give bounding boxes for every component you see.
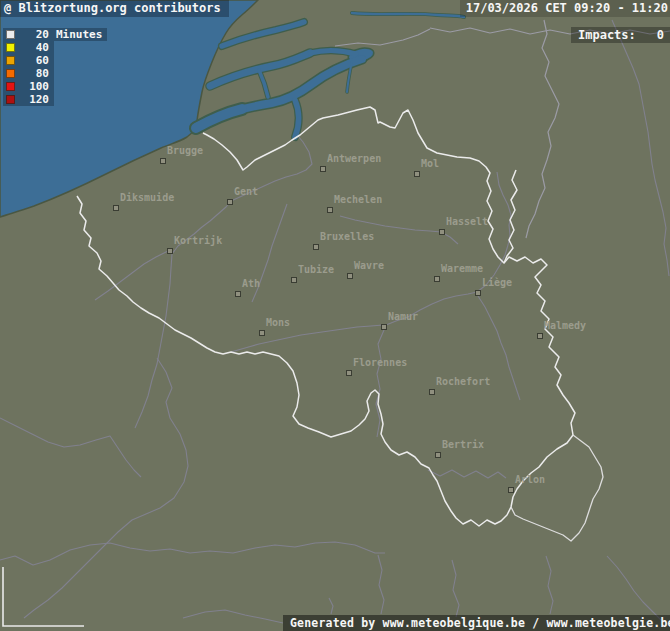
city-label-mol: Mol — [421, 158, 439, 170]
city-label-kortrijk: Kortrijk — [174, 235, 222, 247]
city-marker-gent — [227, 199, 233, 205]
legend-unit-label: Minutes — [56, 28, 102, 41]
city-marker-namur — [381, 324, 387, 330]
legend-minutes-value: 120 — [15, 93, 49, 106]
city-label-gent: Gent — [234, 186, 258, 198]
city-marker-malmedy — [537, 333, 543, 339]
city-marker-rochefort — [429, 389, 435, 395]
legend-row-20: 20Minutes — [3, 28, 107, 41]
legend-swatch-60 — [6, 56, 15, 65]
lightning-map-app: BruggeAntwerpenMolDiksmuideGentMechelenH… — [0, 0, 670, 631]
city-marker-liège — [475, 290, 481, 296]
city-label-liège: Liège — [482, 277, 512, 289]
legend-minutes-value: 20 — [15, 28, 49, 41]
city-label-hasselt: Hasselt — [446, 216, 488, 228]
datetime-text: 17/03/2026 CET 09:20 - 11:20 — [466, 1, 668, 15]
datetime-bar: 17/03/2026 CET 09:20 - 11:20 — [460, 0, 670, 17]
legend-row-100: 100 — [3, 80, 54, 93]
attribution-text: @ Blitzortung.org contributors — [4, 1, 221, 15]
city-marker-hasselt — [439, 229, 445, 235]
city-marker-diksmuide — [113, 205, 119, 211]
impacts-counter: Impacts: 0 — [571, 27, 670, 43]
legend-swatch-120 — [6, 95, 15, 104]
city-label-waremme: Waremme — [441, 263, 483, 275]
city-label-florennes: Florennes — [353, 357, 407, 369]
city-marker-wavre — [347, 273, 353, 279]
legend-swatch-100 — [6, 82, 15, 91]
legend-swatch-80 — [6, 69, 15, 78]
legend-minutes-value: 80 — [15, 67, 49, 80]
impacts-value: 0 — [657, 27, 664, 43]
legend-row-40: 40 — [3, 41, 54, 54]
impacts-label: Impacts: — [578, 27, 636, 43]
legend-row-80: 80 — [3, 67, 54, 80]
city-marker-bruxelles — [313, 244, 319, 250]
city-label-rochefort: Rochefort — [436, 376, 490, 388]
attribution-bar: @ Blitzortung.org contributors — [0, 0, 229, 17]
city-label-diksmuide: Diksmuide — [120, 192, 174, 204]
footer-credit-bar: Generated by www.meteobelgique.be / www.… — [283, 615, 670, 631]
legend-minutes-value: 100 — [15, 80, 49, 93]
city-marker-arlon — [508, 487, 514, 493]
city-label-arlon: Arlon — [515, 474, 545, 486]
legend-minutes-value: 60 — [15, 54, 49, 67]
city-marker-brugge — [160, 158, 166, 164]
legend-swatch-20 — [6, 30, 15, 39]
city-marker-mol — [414, 171, 420, 177]
city-marker-kortrijk — [167, 248, 173, 254]
city-label-antwerpen: Antwerpen — [327, 153, 381, 165]
city-marker-tubize — [291, 277, 297, 283]
legend-swatch-40 — [6, 43, 15, 52]
city-label-mechelen: Mechelen — [334, 194, 382, 206]
city-label-brugge: Brugge — [167, 145, 203, 157]
city-marker-antwerpen — [320, 166, 326, 172]
city-label-tubize: Tubize — [298, 264, 334, 276]
city-label-wavre: Wavre — [354, 260, 384, 272]
city-label-bruxelles: Bruxelles — [320, 231, 374, 243]
city-label-ath: Ath — [242, 278, 260, 290]
legend-minutes-value: 40 — [15, 41, 49, 54]
footer-credit-text: Generated by www.meteobelgique.be / www.… — [290, 616, 670, 630]
city-marker-bertrix — [435, 452, 441, 458]
city-marker-mechelen — [327, 207, 333, 213]
city-label-mons: Mons — [266, 317, 290, 329]
age-legend: 20Minutes406080100120 — [3, 28, 107, 106]
legend-row-60: 60 — [3, 54, 54, 67]
city-marker-ath — [235, 291, 241, 297]
legend-row-120: 120 — [3, 93, 54, 106]
city-label-namur: Namur — [388, 311, 418, 323]
city-marker-mons — [259, 330, 265, 336]
city-marker-florennes — [346, 370, 352, 376]
city-label-bertrix: Bertrix — [442, 439, 484, 451]
city-label-malmedy: Malmedy — [544, 320, 586, 332]
city-marker-waremme — [434, 276, 440, 282]
